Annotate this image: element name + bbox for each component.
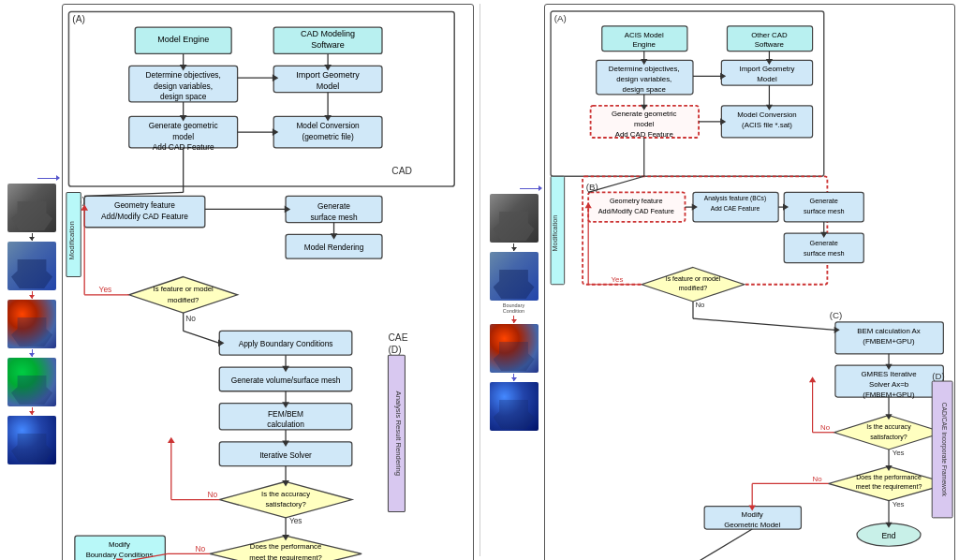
svg-text:design variables,: design variables, bbox=[154, 81, 213, 91]
svg-marker-181 bbox=[834, 415, 943, 449]
right-model-img-4 bbox=[490, 382, 539, 431]
svg-text:Modification: Modification bbox=[551, 215, 559, 252]
svg-text:ACIS Model: ACIS Model bbox=[624, 31, 663, 39]
svg-text:(C): (C) bbox=[829, 310, 842, 320]
svg-text:Software: Software bbox=[754, 40, 784, 49]
svg-text:calculation: calculation bbox=[267, 420, 304, 429]
svg-text:Iterative Solver: Iterative Solver bbox=[259, 450, 312, 460]
boundary-condition-label: BoundaryCondition bbox=[503, 302, 525, 314]
left-model-images bbox=[4, 4, 60, 560]
left-panel: (A) Model Engine CAD Modeling Software D… bbox=[4, 4, 474, 556]
svg-text:No: No bbox=[207, 490, 217, 499]
svg-text:design variables,: design variables, bbox=[616, 75, 671, 83]
svg-text:Model: Model bbox=[757, 75, 777, 83]
svg-text:Model Conversion: Model Conversion bbox=[737, 111, 796, 119]
svg-text:Yes: Yes bbox=[289, 516, 302, 525]
svg-text:(A): (A) bbox=[72, 14, 85, 24]
svg-text:Generate volume/surface mesh: Generate volume/surface mesh bbox=[231, 376, 341, 385]
svg-text:modified?: modified? bbox=[168, 296, 199, 304]
svg-text:Modification: Modification bbox=[67, 221, 76, 259]
left-flowchart: (A) Model Engine CAD Modeling Software D… bbox=[62, 4, 474, 560]
svg-line-213 bbox=[692, 318, 834, 330]
left-diagram-area: (A) Model Engine CAD Modeling Software D… bbox=[4, 4, 474, 560]
svg-text:satisfactory?: satisfactory? bbox=[265, 500, 305, 508]
svg-text:Other CAD: Other CAD bbox=[751, 31, 788, 39]
svg-text:Determine objectives,: Determine objectives, bbox=[608, 65, 679, 73]
svg-line-94 bbox=[184, 331, 220, 343]
svg-text:Is feature or model: Is feature or model bbox=[153, 285, 214, 293]
svg-text:Does the performance: Does the performance bbox=[856, 474, 922, 481]
svg-text:surface mesh: surface mesh bbox=[310, 213, 358, 222]
svg-text:meet the requirement?: meet the requirement? bbox=[855, 483, 922, 491]
svg-text:surface mesh: surface mesh bbox=[803, 207, 844, 215]
svg-text:Is feature or model: Is feature or model bbox=[665, 275, 720, 282]
svg-text:Yes: Yes bbox=[611, 275, 623, 284]
svg-text:Generate: Generate bbox=[809, 239, 837, 247]
svg-text:No: No bbox=[695, 301, 705, 309]
right-model-img-1 bbox=[490, 194, 539, 243]
svg-text:(FMBEM+GPU): (FMBEM+GPU) bbox=[863, 337, 915, 346]
svg-text:modified?: modified? bbox=[678, 285, 707, 291]
svg-text:Model Conversion: Model Conversion bbox=[296, 121, 360, 130]
svg-text:Yes: Yes bbox=[892, 449, 904, 457]
svg-text:Determine objectives,: Determine objectives, bbox=[145, 70, 220, 80]
svg-line-227 bbox=[695, 529, 752, 560]
svg-text:Import Geometry: Import Geometry bbox=[296, 70, 360, 80]
svg-text:Generate: Generate bbox=[809, 197, 837, 205]
svg-text:CAE: CAE bbox=[388, 332, 407, 343]
svg-text:Analysis Result Rendering: Analysis Result Rendering bbox=[394, 391, 403, 477]
svg-text:Geometric Model: Geometric Model bbox=[724, 521, 780, 529]
right-diagram-area: BoundaryCondition bbox=[486, 4, 956, 560]
svg-text:model: model bbox=[172, 132, 194, 141]
svg-text:No: No bbox=[185, 314, 196, 323]
svg-rect-0 bbox=[68, 11, 454, 186]
svg-text:CAD Modeling: CAD Modeling bbox=[301, 29, 355, 38]
svg-text:Yes: Yes bbox=[892, 500, 904, 508]
svg-text:BEM calculation Ax: BEM calculation Ax bbox=[857, 327, 920, 335]
svg-marker-221 bbox=[808, 376, 815, 382]
svg-text:surface mesh: surface mesh bbox=[803, 249, 844, 258]
right-model-img-2 bbox=[490, 252, 539, 301]
svg-text:End: End bbox=[881, 531, 895, 540]
model-img-5 bbox=[7, 416, 56, 464]
svg-text:Modify: Modify bbox=[109, 540, 130, 549]
svg-text:Apply Boundary Conditions: Apply Boundary Conditions bbox=[239, 339, 333, 348]
right-model-img-3 bbox=[490, 324, 539, 373]
svg-text:Modify: Modify bbox=[741, 510, 762, 519]
svg-text:Software: Software bbox=[311, 40, 345, 50]
right-flowchart: (A) ACIS Model Engine Other CAD Software… bbox=[544, 4, 956, 560]
panel-divider bbox=[480, 4, 480, 556]
svg-text:CAD: CAD bbox=[391, 166, 412, 176]
svg-text:Is the accuracy: Is the accuracy bbox=[261, 490, 310, 498]
svg-text:meet the requirement?: meet the requirement? bbox=[249, 553, 322, 560]
svg-text:Solver Ax=b: Solver Ax=b bbox=[868, 380, 908, 389]
svg-marker-106 bbox=[168, 437, 175, 443]
svg-text:No: No bbox=[196, 544, 206, 553]
svg-text:(A): (A) bbox=[553, 13, 566, 23]
svg-text:No: No bbox=[820, 423, 831, 432]
left-flowchart-svg: (A) Model Engine CAD Modeling Software D… bbox=[63, 5, 473, 560]
svg-text:Geometry feature: Geometry feature bbox=[114, 200, 175, 210]
svg-text:FEM/BEM: FEM/BEM bbox=[268, 409, 303, 419]
model-img-1 bbox=[7, 184, 56, 232]
svg-text:Is the accuracy: Is the accuracy bbox=[866, 423, 911, 431]
model-img-3 bbox=[7, 300, 56, 348]
svg-text:model: model bbox=[634, 120, 655, 128]
svg-text:satisfactory?: satisfactory? bbox=[870, 434, 907, 441]
main-container: (A) Model Engine CAD Modeling Software D… bbox=[0, 0, 959, 560]
svg-text:Model Rendering: Model Rendering bbox=[304, 243, 364, 252]
right-model-images: BoundaryCondition bbox=[486, 4, 542, 560]
svg-text:CAD/CAE Incorporate Framework: CAD/CAE Incorporate Framework bbox=[940, 403, 948, 497]
right-panel: BoundaryCondition bbox=[486, 4, 956, 556]
right-flowchart-svg: (A) ACIS Model Engine Other CAD Software… bbox=[545, 5, 955, 560]
svg-text:(ACIS file *.sat): (ACIS file *.sat) bbox=[742, 121, 792, 129]
svg-text:Add/Modify CAD Feature: Add/Modify CAD Feature bbox=[101, 212, 188, 221]
svg-text:Analysis feature (BCs): Analysis feature (BCs) bbox=[703, 195, 765, 202]
svg-text:Import Geometry: Import Geometry bbox=[739, 65, 794, 73]
svg-text:Add CAD Feature: Add CAD Feature bbox=[614, 130, 673, 139]
svg-text:No: No bbox=[812, 475, 822, 483]
svg-text:Does the performance: Does the performance bbox=[250, 542, 321, 551]
svg-text:Model Engine: Model Engine bbox=[157, 35, 209, 44]
svg-text:Yes: Yes bbox=[99, 285, 112, 294]
svg-text:Generate geometric: Generate geometric bbox=[611, 110, 676, 118]
